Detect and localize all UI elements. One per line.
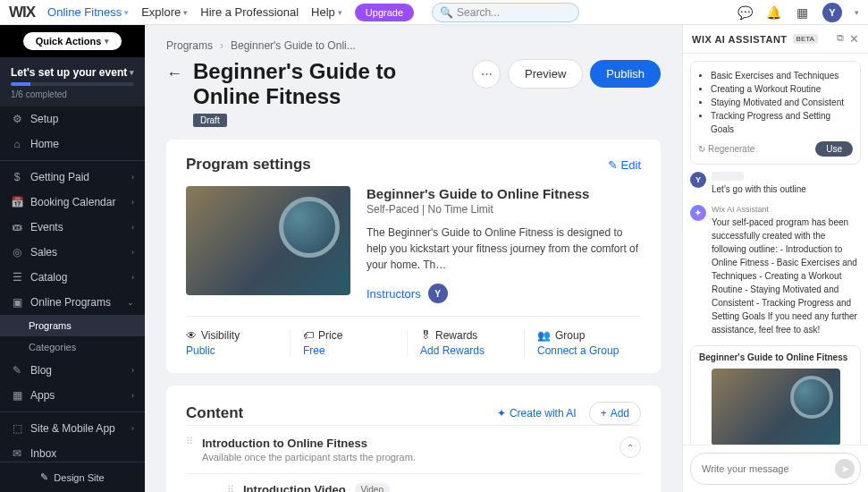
crumb-current: Beginner's Guide to Onli... [231,39,356,52]
user-avatar[interactable]: Y [822,3,842,22]
settings-heading: Program settings [186,156,311,174]
preview-button[interactable]: Preview [508,59,583,89]
beta-badge: BETA [793,34,818,44]
stat-visibility-value[interactable]: Public [186,344,277,357]
design-site-button[interactable]: ✎Design Site [0,462,145,492]
close-icon[interactable]: ✕ [849,32,859,46]
stat-price-value[interactable]: Free [303,344,394,357]
setup-title[interactable]: Let's set up your event▾ [11,66,134,79]
collapse-button[interactable]: ⌃ [619,437,641,458]
section-title: Introduction to Online Fitness [202,437,611,450]
draft-badge: Draft [193,114,227,127]
stat-group-label: 👥 Group [537,329,628,342]
video-tag: Video [355,483,390,492]
nav-apps[interactable]: ▦Apps› [0,383,145,408]
nav-events[interactable]: 🎟Events› [0,215,145,240]
help-link[interactable]: Help▾ [311,5,342,19]
stat-rewards-value[interactable]: Add Rewards [420,344,511,357]
program-name: Beginner's Guide to Online Fitness [367,186,641,201]
nav-setup[interactable]: ⚙Setup [0,106,145,131]
explore-link[interactable]: Explore▾ [141,5,188,19]
program-desc: The Beginner's Guide to Online Fitness i… [367,225,641,273]
nav-booking[interactable]: 📅Booking Calendar› [0,190,145,215]
nav-home[interactable]: ⌂Home [0,131,145,157]
setup-progress [11,82,134,86]
ai-message-input[interactable] [702,463,835,474]
chat-icon[interactable]: 💬 [737,4,753,21]
hire-link[interactable]: Hire a Professional [200,5,299,19]
publish-button[interactable]: Publish [590,60,661,88]
bot-name: Wix AI Assistant [712,205,861,214]
page-title: Beginner's Guide to Online Fitness [193,59,461,109]
drag-handle-icon[interactable]: ⠿ [227,485,234,492]
nav-catalog[interactable]: ☰Catalog› [0,265,145,290]
wix-logo[interactable]: WIX [9,4,35,21]
content-heading: Content [186,404,243,422]
program-thumbnail [186,186,350,295]
user-message: Let's go with this outline [712,182,806,196]
search-input[interactable]: 🔍 Search... [432,3,579,22]
nav-site-mobile[interactable]: ⬚Site & Mobile App› [0,416,145,441]
breadcrumb: Programs › Beginner's Guide to Onli... [166,39,661,52]
ai-card-title: Beginner's Guide to Online Fitness [691,346,860,369]
drag-handle-icon[interactable]: ⠿ [186,437,193,446]
user-avatar-small: Y [690,172,706,188]
news-icon[interactable]: ▦ [794,4,810,21]
nav-categories[interactable]: Categories [0,336,145,358]
avatar-chevron[interactable]: ▾ [855,8,859,17]
edit-settings-link[interactable]: ✎ Edit [608,158,641,172]
nav-inbox[interactable]: ✉Inbox [0,441,145,462]
use-button[interactable]: Use [815,141,853,157]
bell-icon[interactable]: 🔔 [765,4,781,21]
send-button[interactable]: ➤ [835,459,855,479]
instructors-link[interactable]: Instructors Y [367,284,641,303]
ai-card-thumbnail [712,369,840,445]
bot-avatar: ✦ [690,205,706,221]
create-with-ai-link[interactable]: ✦ Create with AI [497,407,577,420]
add-content-button[interactable]: + Add [589,402,641,425]
ai-outline-list: Basic Exercises and Techniques Creating … [698,69,853,136]
program-meta: Self-Paced | No Time Limit [367,203,641,216]
bot-message: Your self-paced program has been success… [712,216,861,336]
more-button[interactable]: ⋯ [472,60,501,89]
upgrade-button[interactable]: Upgrade [355,4,414,21]
setup-count: 1/6 completed [11,89,134,99]
redacted-name: xxxxxxxx [712,172,744,181]
back-arrow[interactable]: ← [166,64,182,83]
quick-actions-button[interactable]: Quick Actions▾ [23,32,122,50]
regenerate-button[interactable]: ↻ Regenerate [698,144,754,154]
nav-programs[interactable]: Programs [0,315,145,336]
popout-icon[interactable]: ⧉ [837,32,844,46]
stat-rewards-label: 🎖 Rewards [420,329,511,342]
stat-group-value[interactable]: Connect a Group [537,344,628,357]
nav-blog[interactable]: ✎Blog› [0,358,145,383]
nav-online-programs[interactable]: ▣Online Programs⌄ [0,290,145,315]
site-name-link[interactable]: Online Fitness▾ [47,5,129,19]
stat-visibility-label: 👁 Visibility [186,329,277,342]
nav-getting-paid[interactable]: $Getting Paid› [0,165,145,190]
section-sub: Available once the participant starts th… [202,452,611,462]
stat-price-label: 🏷 Price [303,329,394,342]
instructor-avatar: Y [428,284,448,303]
step-title[interactable]: Introduction Video [243,483,346,492]
crumb-programs[interactable]: Programs [166,39,213,52]
nav-sales[interactable]: ◎Sales› [0,240,145,265]
ai-panel-title: WIX AI ASSISTANT [692,34,788,45]
